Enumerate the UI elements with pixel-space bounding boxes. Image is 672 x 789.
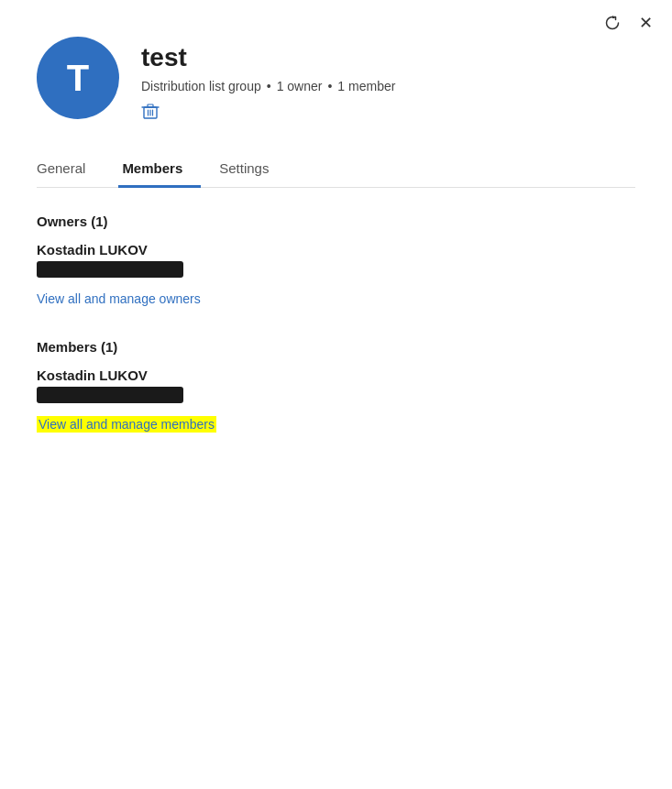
owners-section: Owners (1) Kostadin LUKOV View all and m… bbox=[37, 214, 635, 332]
members-section: Members (1) Kostadin LUKOV View all and … bbox=[37, 339, 635, 433]
delete-group-button[interactable] bbox=[141, 103, 395, 126]
tab-members[interactable]: Members bbox=[118, 151, 201, 188]
tab-bar: General Members Settings bbox=[37, 151, 635, 188]
refresh-button[interactable] bbox=[604, 15, 621, 31]
member-count-label: 1 member bbox=[337, 79, 395, 93]
member-email-redacted-0 bbox=[37, 387, 183, 403]
owner-name-0: Kostadin LUKOV bbox=[37, 242, 635, 258]
group-info: test Distribution list group • 1 owner •… bbox=[141, 37, 395, 126]
member-item-0: Kostadin LUKOV bbox=[37, 367, 635, 403]
group-meta: Distribution list group • 1 owner • 1 me… bbox=[141, 79, 395, 93]
view-all-members-link[interactable]: View all and manage members bbox=[37, 416, 216, 433]
meta-dot-1: • bbox=[267, 79, 271, 93]
owners-title: Owners (1) bbox=[37, 214, 635, 229]
owner-item-0: Kostadin LUKOV bbox=[37, 242, 635, 278]
owner-count-label: 1 owner bbox=[277, 79, 323, 93]
members-title: Members (1) bbox=[37, 339, 635, 355]
group-type-label: Distribution list group bbox=[141, 79, 261, 93]
tab-general[interactable]: General bbox=[37, 151, 104, 188]
group-name: test bbox=[141, 42, 395, 73]
tab-settings[interactable]: Settings bbox=[215, 151, 287, 188]
svg-rect-2 bbox=[148, 104, 153, 107]
main-content: T test Distribution list group • 1 owner… bbox=[0, 0, 672, 469]
group-header: T test Distribution list group • 1 owner… bbox=[37, 37, 635, 126]
owner-email-redacted-0 bbox=[37, 261, 183, 278]
group-avatar: T bbox=[37, 37, 119, 119]
member-name-0: Kostadin LUKOV bbox=[37, 367, 635, 383]
view-all-owners-link[interactable]: View all and manage owners bbox=[37, 291, 201, 306]
close-button[interactable]: ✕ bbox=[637, 15, 654, 31]
window-controls: ✕ bbox=[604, 15, 654, 31]
meta-dot-2: • bbox=[327, 79, 332, 93]
